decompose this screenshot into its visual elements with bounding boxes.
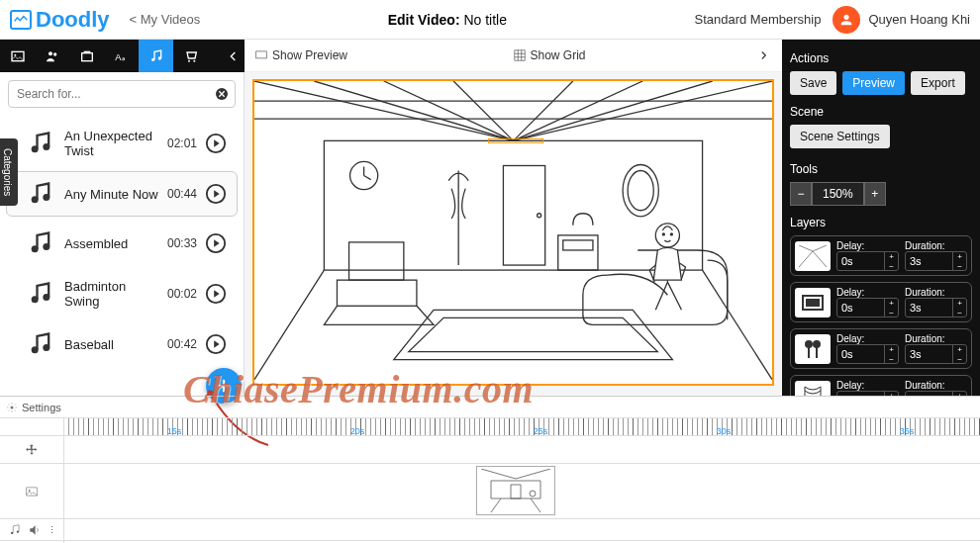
- logo[interactable]: Doodly: [10, 7, 110, 33]
- svg-rect-33: [337, 280, 416, 306]
- music-name: Baseball: [64, 337, 159, 352]
- timeline-track-video[interactable]: [64, 464, 980, 518]
- duration-up[interactable]: +: [952, 251, 966, 261]
- delay-down[interactable]: −: [884, 308, 898, 317]
- svg-point-16: [43, 194, 49, 201]
- export-button[interactable]: Export: [911, 71, 965, 95]
- play-button[interactable]: [205, 283, 227, 305]
- music-duration: 00:42: [167, 337, 197, 351]
- duration-down[interactable]: −: [952, 354, 966, 364]
- music-note-icon: [27, 130, 54, 157]
- delay-down[interactable]: −: [884, 354, 898, 364]
- scenes-tab[interactable]: [0, 40, 35, 72]
- zoom-in-button[interactable]: +: [864, 182, 886, 206]
- clear-search-icon[interactable]: [214, 86, 230, 102]
- music-name: Badminton Swing: [64, 279, 159, 309]
- svg-point-7: [151, 57, 154, 60]
- timeline-track-music[interactable]: [64, 519, 980, 540]
- ruler-mark: 30s: [717, 426, 732, 436]
- music-item[interactable]: Any Minute Now 00:44: [6, 171, 238, 217]
- characters-tab[interactable]: [35, 40, 69, 72]
- music-duration: 00:33: [167, 236, 197, 250]
- sounds-tab[interactable]: [139, 40, 173, 72]
- cart-tab[interactable]: [173, 40, 208, 72]
- music-note-icon: [27, 229, 54, 257]
- music-duration: 00:02: [167, 287, 197, 301]
- zoom-value: 150%: [812, 182, 864, 206]
- delay-label: Delay:: [836, 333, 899, 344]
- ruler-mark: 35s: [900, 426, 915, 436]
- play-button[interactable]: [205, 183, 227, 205]
- delay-up[interactable]: +: [884, 344, 898, 354]
- delay-label: Delay:: [836, 380, 899, 391]
- layer-row[interactable]: Delay: 0s+− Duration: 3s+−: [790, 282, 972, 322]
- svg-point-48: [29, 489, 31, 491]
- ruler-mark: 15s: [167, 426, 182, 436]
- duration-down[interactable]: −: [952, 308, 966, 317]
- volume-icon[interactable]: [28, 523, 42, 537]
- delay-value: 0s: [837, 302, 884, 314]
- play-button[interactable]: [205, 133, 227, 154]
- collapse-canvas[interactable]: [756, 48, 772, 62]
- duration-label: Duration:: [905, 380, 967, 391]
- svg-rect-35: [563, 240, 593, 250]
- collapse-sidebar[interactable]: [223, 40, 245, 72]
- play-button[interactable]: [205, 232, 227, 254]
- duration-label: Duration:: [905, 287, 967, 298]
- duration-value: 3s: [906, 348, 952, 360]
- music-item[interactable]: Assembled 00:33: [6, 221, 238, 266]
- delay-up[interactable]: +: [884, 251, 898, 261]
- layer-thumb: [795, 241, 831, 271]
- actions-label: Actions: [790, 51, 972, 65]
- svg-point-49: [530, 491, 536, 497]
- svg-text:Aₐ: Aₐ: [115, 52, 125, 62]
- music-item[interactable]: Badminton Swing 00:02: [6, 270, 238, 317]
- categories-tab[interactable]: Categories: [0, 138, 18, 206]
- timeline-clip-thumb[interactable]: [476, 466, 555, 515]
- show-preview-toggle[interactable]: Show Preview: [254, 48, 347, 62]
- save-button[interactable]: Save: [790, 71, 836, 95]
- search-input[interactable]: [8, 80, 236, 108]
- svg-point-30: [538, 214, 541, 218]
- timeline-settings[interactable]: Settings: [0, 397, 980, 418]
- svg-point-39: [662, 233, 664, 235]
- duration-up[interactable]: +: [952, 344, 966, 354]
- music-duration: 02:01: [167, 136, 197, 150]
- avatar[interactable]: [833, 6, 860, 34]
- preview-button[interactable]: Preview: [842, 71, 905, 95]
- layer-row[interactable]: Delay: 0s+− Duration: 3s+−: [790, 375, 972, 396]
- music-name: Assembled: [64, 236, 159, 251]
- play-button[interactable]: [205, 333, 227, 355]
- svg-point-2: [49, 51, 52, 55]
- svg-point-40: [670, 233, 672, 235]
- svg-point-1: [14, 53, 16, 55]
- tools-label: Tools: [790, 162, 972, 176]
- scene-drawing: [254, 81, 772, 380]
- svg-point-21: [32, 296, 39, 303]
- username: Quyen Hoang Khi: [868, 12, 970, 27]
- page-title: Edit Video: No title: [200, 12, 694, 28]
- show-grid-toggle[interactable]: Show Grid: [513, 48, 586, 62]
- zoom-out-button[interactable]: −: [790, 182, 812, 206]
- svg-point-13: [43, 143, 49, 150]
- move-icon: [25, 443, 39, 457]
- timeline-track-transitions[interactable]: [64, 436, 980, 463]
- scene-settings-button[interactable]: Scene Settings: [790, 125, 890, 148]
- props-tab[interactable]: [69, 40, 104, 72]
- duration-down[interactable]: −: [952, 261, 966, 271]
- back-to-videos-link[interactable]: < My Videos: [130, 12, 201, 27]
- layer-row[interactable]: Delay: 0s+− Duration: 3s+−: [790, 328, 972, 369]
- text-tab[interactable]: Aₐ: [104, 40, 139, 72]
- music-item[interactable]: An Unexpected Twist 02:01: [6, 120, 238, 167]
- svg-point-25: [43, 344, 49, 351]
- music-name: An Unexpected Twist: [64, 129, 159, 158]
- canvas-stage[interactable]: [252, 79, 774, 386]
- delay-down[interactable]: −: [884, 261, 898, 271]
- music-note-icon: [27, 180, 54, 208]
- music-item[interactable]: Baseball 00:42: [6, 321, 238, 367]
- delay-up[interactable]: +: [884, 298, 898, 308]
- timeline-ruler[interactable]: 15s20s25s30s35s: [64, 418, 980, 435]
- duration-up[interactable]: +: [952, 298, 966, 308]
- layer-row[interactable]: Delay: 0s+− Duration: 3s+−: [790, 235, 972, 276]
- svg-point-12: [32, 145, 39, 152]
